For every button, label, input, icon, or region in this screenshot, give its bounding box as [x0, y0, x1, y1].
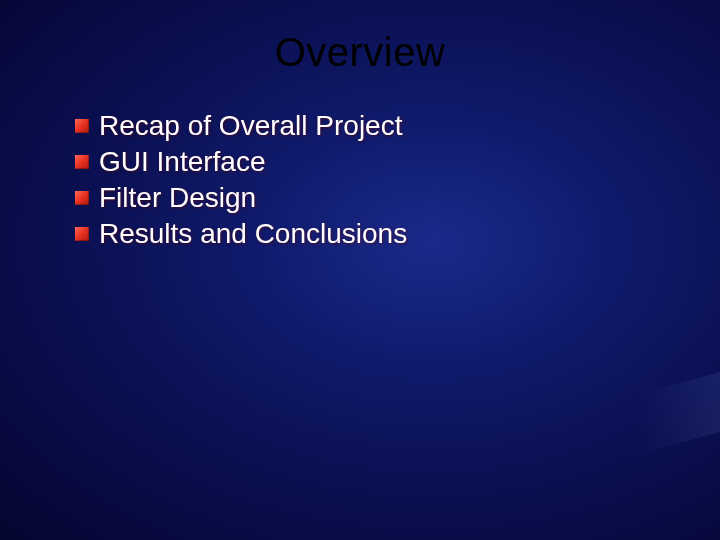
bullet-text: Filter Design — [99, 182, 256, 214]
bullet-icon — [75, 227, 89, 241]
bullet-icon — [75, 155, 89, 169]
list-item: Filter Design — [75, 182, 720, 214]
decorative-accent — [640, 367, 720, 454]
bullet-icon — [75, 119, 89, 133]
slide-title: Overview — [0, 0, 720, 110]
bullet-text: Recap of Overall Project — [99, 110, 402, 142]
list-item: GUI Interface — [75, 146, 720, 178]
bullet-text: Results and Conclusions — [99, 218, 407, 250]
list-item: Results and Conclusions — [75, 218, 720, 250]
list-item: Recap of Overall Project — [75, 110, 720, 142]
bullet-list: Recap of Overall Project GUI Interface F… — [0, 110, 720, 250]
bullet-text: GUI Interface — [99, 146, 266, 178]
bullet-icon — [75, 191, 89, 205]
